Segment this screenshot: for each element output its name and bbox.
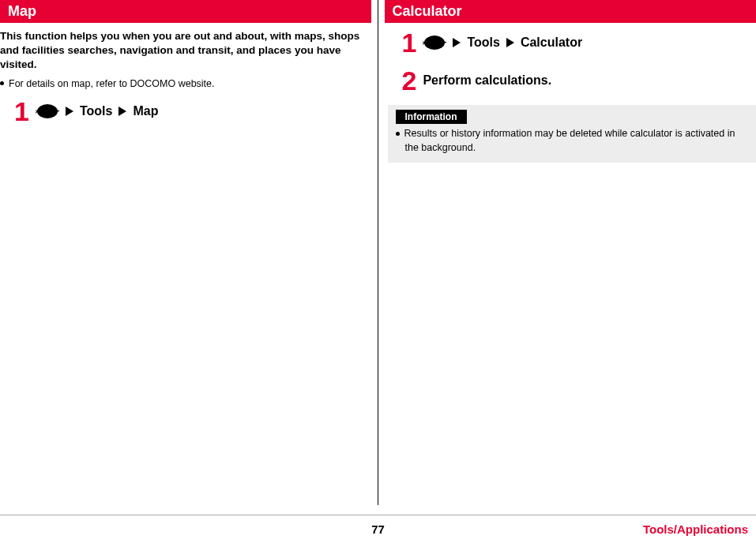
footer-section-title: Tools/Applications [643, 522, 748, 536]
calc-step-1: 1 メニュー Tools Calculator [402, 29, 757, 56]
page-number: 77 [371, 522, 385, 536]
step-number: 1 [402, 29, 417, 56]
menu-key-icon: メニュー [36, 103, 59, 120]
arrow-icon [453, 38, 461, 47]
information-box: Information Results or history informati… [388, 105, 757, 163]
step-perform-label: Perform calculations. [423, 73, 551, 88]
step-map-label: Map [133, 104, 158, 118]
arrow-icon [506, 38, 514, 47]
section-heading-calculator: Calculator [385, 0, 757, 23]
bullet-icon [0, 81, 4, 85]
step-tools-label: Tools [80, 104, 112, 118]
svg-text:メニュー: メニュー [423, 39, 446, 47]
step-calculator-label: Calculator [521, 36, 582, 50]
section-heading-map: Map [0, 0, 371, 23]
map-step-1: 1 メニュー Tools Map [14, 98, 370, 125]
calc-step-2: 2 Perform calculations. [402, 67, 757, 94]
menu-key-icon: メニュー [423, 34, 446, 51]
arrow-icon [66, 107, 73, 116]
map-note: For details on map, refer to DOCOMO webs… [0, 77, 370, 90]
arrow-icon [118, 107, 126, 116]
page-footer: 77 Tools/Applications [0, 515, 756, 543]
step-tools-label: Tools [467, 36, 499, 50]
information-text: Results or history information may be de… [396, 127, 749, 155]
step-number: 2 [402, 67, 417, 94]
step-number: 1 [14, 98, 29, 125]
map-note-text: For details on map, refer to DOCOMO webs… [9, 77, 215, 90]
map-intro: This function helps you when you are out… [0, 29, 370, 73]
bullet-icon [396, 132, 400, 136]
information-label: Information [396, 110, 467, 124]
svg-text:メニュー: メニュー [36, 107, 59, 115]
